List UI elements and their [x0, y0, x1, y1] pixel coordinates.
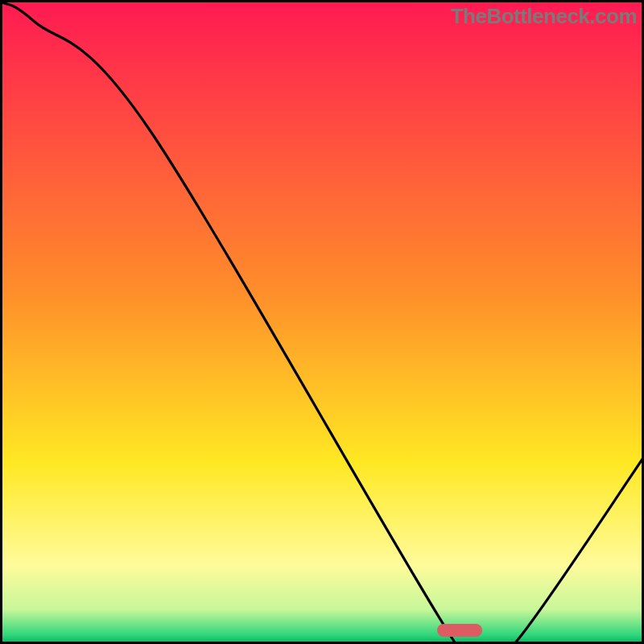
- watermark-text: TheBottleneck.com: [451, 4, 637, 29]
- heat-gradient-background: [2, 2, 642, 642]
- optimal-range-marker: [437, 624, 482, 637]
- chart-frame: TheBottleneck.com: [0, 0, 644, 644]
